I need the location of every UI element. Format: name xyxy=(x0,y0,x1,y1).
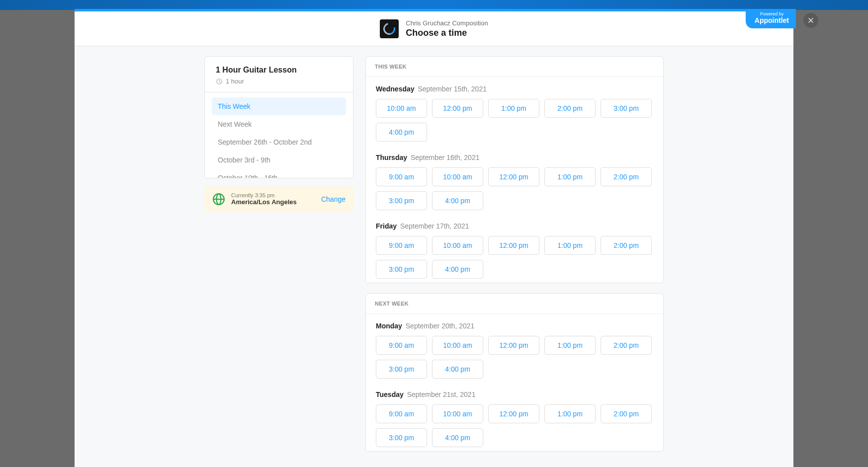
day-block: Wednesday September 15th, 202110:00 am12… xyxy=(366,77,663,146)
modal-header: Chris Gruchacz Composition Choose a time… xyxy=(75,11,793,46)
time-slot[interactable]: 10:00 am xyxy=(432,336,483,355)
time-slot[interactable]: 2:00 pm xyxy=(601,236,652,255)
time-slot[interactable]: 3:00 pm xyxy=(376,360,427,379)
time-slot[interactable]: 2:00 pm xyxy=(601,336,652,355)
day-header: Friday September 17th, 2021 xyxy=(376,222,653,230)
time-slot[interactable]: 4:00 pm xyxy=(432,260,483,279)
org-logo xyxy=(380,19,399,38)
time-slot[interactable]: 12:00 pm xyxy=(488,336,539,355)
week-item[interactable]: Next Week xyxy=(212,115,346,133)
day-header: Thursday September 16th, 2021 xyxy=(376,154,653,161)
day-date: September 17th, 2021 xyxy=(400,222,469,230)
service-card: 1 Hour Guitar Lesson 1 hour This WeekNex… xyxy=(204,56,353,178)
week-item[interactable]: This Week xyxy=(212,97,346,115)
day-block: Tuesday September 21st, 20219:00 am10:00… xyxy=(366,383,663,451)
change-timezone-link[interactable]: Change xyxy=(321,195,346,203)
time-slot[interactable]: 9:00 am xyxy=(376,236,427,255)
time-slot[interactable]: 4:00 pm xyxy=(432,191,483,210)
day-date: September 16th, 2021 xyxy=(411,154,480,161)
week-item[interactable]: October 3rd - 9th xyxy=(212,151,346,169)
week-group: NEXT WEEKMonday September 20th, 20219:00… xyxy=(365,293,664,452)
day-date: September 20th, 2021 xyxy=(406,322,475,330)
time-slot[interactable]: 3:00 pm xyxy=(601,99,652,118)
close-icon xyxy=(807,16,815,24)
time-slot[interactable]: 1:00 pm xyxy=(488,99,539,118)
day-block: Thursday September 16th, 20219:00 am10:0… xyxy=(366,146,663,214)
time-slot[interactable]: 12:00 pm xyxy=(488,167,539,186)
close-button[interactable] xyxy=(803,13,818,28)
slot-row: 9:00 am10:00 am12:00 pm1:00 pm2:00 pm3:0… xyxy=(376,167,653,210)
slot-row: 10:00 am12:00 pm1:00 pm2:00 pm3:00 pm4:0… xyxy=(376,99,653,142)
time-slot[interactable]: 12:00 pm xyxy=(488,236,539,255)
time-slot[interactable]: 10:00 am xyxy=(376,99,427,118)
time-slot[interactable]: 1:00 pm xyxy=(544,167,596,186)
time-slot[interactable]: 4:00 pm xyxy=(432,360,483,379)
day-name: Monday xyxy=(376,322,402,330)
week-item[interactable]: October 10th - 16th xyxy=(212,169,346,178)
slot-row: 9:00 am10:00 am12:00 pm1:00 pm2:00 pm3:0… xyxy=(376,336,653,379)
time-slot[interactable]: 2:00 pm xyxy=(601,404,652,423)
time-slot[interactable]: 9:00 am xyxy=(376,167,427,186)
timezone-card: Currently 3:35 pm America/Los Angeles Ch… xyxy=(204,186,353,212)
day-name: Friday xyxy=(376,222,397,230)
time-slot[interactable]: 10:00 am xyxy=(432,404,483,423)
time-slot[interactable]: 4:00 pm xyxy=(376,123,427,142)
time-slot[interactable]: 1:00 pm xyxy=(544,404,596,423)
week-item[interactable]: September 26th - October 2nd xyxy=(212,133,346,151)
day-header: Tuesday September 21st, 2021 xyxy=(376,390,653,398)
day-header: Monday September 20th, 2021 xyxy=(376,322,653,330)
day-name: Thursday xyxy=(376,154,407,161)
service-duration: 1 hour xyxy=(216,78,342,85)
week-group-title: NEXT WEEK xyxy=(366,294,663,314)
time-slot[interactable]: 1:00 pm xyxy=(544,336,596,355)
time-slot[interactable]: 10:00 am xyxy=(432,167,483,186)
timezone-name: America/Los Angeles xyxy=(231,198,315,206)
week-list[interactable]: This WeekNext WeekSeptember 26th - Octob… xyxy=(205,92,353,178)
duration-label: 1 hour xyxy=(226,78,244,85)
time-slot[interactable]: 2:00 pm xyxy=(544,99,596,118)
time-slot[interactable]: 12:00 pm xyxy=(488,404,539,423)
page-title: Choose a time xyxy=(406,28,488,38)
brand-name: Appointlet xyxy=(755,17,789,24)
scheduler-modal: Chris Gruchacz Composition Choose a time… xyxy=(75,9,793,467)
week-group: THIS WEEKWednesday September 15th, 20211… xyxy=(365,56,664,283)
time-slot[interactable]: 12:00 pm xyxy=(432,99,483,118)
time-slot[interactable]: 10:00 am xyxy=(432,236,483,255)
time-slot[interactable]: 3:00 pm xyxy=(376,191,427,210)
schedule-main: THIS WEEKWednesday September 15th, 20211… xyxy=(365,56,664,457)
day-name: Tuesday xyxy=(376,390,404,398)
time-slot[interactable]: 4:00 pm xyxy=(432,428,483,447)
time-slot[interactable]: 3:00 pm xyxy=(376,428,427,447)
clock-icon xyxy=(216,78,223,85)
slot-row: 9:00 am10:00 am12:00 pm1:00 pm2:00 pm3:0… xyxy=(376,236,653,279)
current-time: Currently 3:35 pm xyxy=(231,192,315,198)
time-slot[interactable]: 9:00 am xyxy=(376,404,427,423)
day-date: September 15th, 2021 xyxy=(418,85,487,93)
week-group-title: THIS WEEK xyxy=(366,57,663,77)
time-slot[interactable]: 3:00 pm xyxy=(376,260,427,279)
slot-row: 9:00 am10:00 am12:00 pm1:00 pm2:00 pm3:0… xyxy=(376,404,653,447)
day-header: Wednesday September 15th, 2021 xyxy=(376,85,653,93)
day-date: September 21st, 2021 xyxy=(407,390,476,398)
org-name: Chris Gruchacz Composition xyxy=(406,19,488,28)
day-block: Friday September 17th, 20219:00 am10:00 … xyxy=(366,214,663,283)
powered-by-badge[interactable]: Powered by Appointlet xyxy=(746,9,796,28)
time-slot[interactable]: 2:00 pm xyxy=(601,167,652,186)
globe-icon xyxy=(212,193,225,206)
modal-body[interactable]: 1 Hour Guitar Lesson 1 hour This WeekNex… xyxy=(75,46,793,467)
time-slot[interactable]: 1:00 pm xyxy=(544,236,596,255)
sidebar: 1 Hour Guitar Lesson 1 hour This WeekNex… xyxy=(204,56,353,457)
day-block: Monday September 20th, 20219:00 am10:00 … xyxy=(366,314,663,383)
service-title: 1 Hour Guitar Lesson xyxy=(216,66,342,75)
time-slot[interactable]: 9:00 am xyxy=(376,336,427,355)
browser-tab-strip xyxy=(0,0,868,10)
day-name: Wednesday xyxy=(376,85,415,93)
